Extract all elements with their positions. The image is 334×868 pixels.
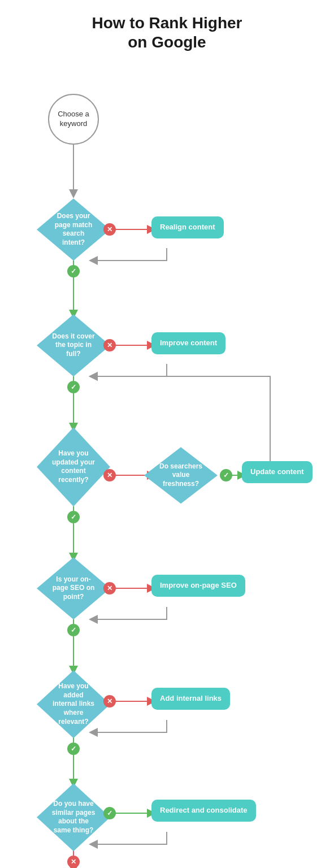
realign-content-node: Realign content: [151, 216, 224, 238]
improve-onpage-node: Improve on-page SEO: [151, 575, 245, 597]
page-container: How to Rank Higher on Google: [0, 0, 334, 868]
add-internal-links-node: Add internal links: [151, 688, 230, 710]
redirect-consolidate-node: Redirect and consolidate: [151, 800, 256, 822]
start-node: Choose a keyword: [48, 94, 99, 145]
update-content-node: Update content: [242, 461, 313, 483]
page-title: How to Rank Higher on Google: [92, 14, 242, 51]
q6-no-badge: ✕: [67, 856, 80, 868]
improve-content-node: Improve content: [151, 332, 225, 354]
flowchart: Choose a keyword Does your page match se…: [0, 68, 334, 868]
